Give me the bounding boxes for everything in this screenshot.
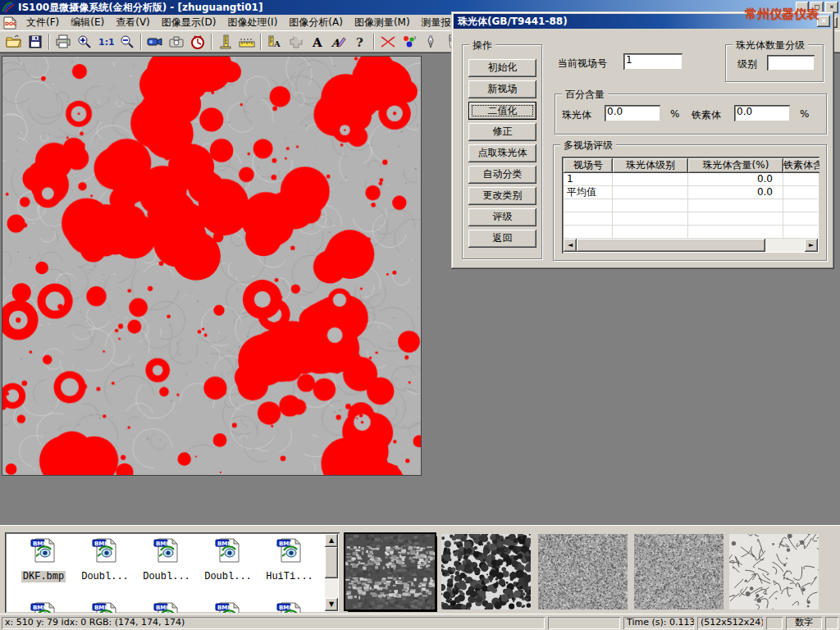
open-file-icon[interactable] [3, 33, 25, 51]
menu-item-5[interactable]: 图像处理(I) [221, 14, 283, 31]
scrollbar-thumb[interactable] [325, 547, 338, 578]
op-button-5[interactable]: 点取珠光体 [468, 144, 536, 162]
help-icon[interactable]: ? [349, 33, 371, 51]
pen-icon[interactable] [420, 33, 441, 51]
svg-text:?: ? [356, 35, 363, 49]
scroll-left-icon[interactable]: ◄ [564, 239, 577, 252]
table-row[interactable] [564, 226, 818, 239]
ruler-icon[interactable] [236, 33, 258, 51]
file-name[interactable]: Doubl... [203, 571, 253, 582]
micrograph-thumbnail-2[interactable] [441, 534, 531, 609]
table-header-cell: 铁素体含量(%) [783, 158, 819, 173]
file-item[interactable]: BMPDKF.bmp [15, 537, 72, 582]
micrograph-thumbnail-5[interactable] [729, 534, 819, 609]
table-header-cell: 珠光体级别 [613, 158, 688, 173]
micrograph-thumbnail-3[interactable] [538, 534, 628, 609]
file-item[interactable]: BMPDoubl... [138, 537, 195, 582]
op-button-9[interactable]: 返回 [468, 230, 536, 248]
video-camera-icon[interactable] [144, 33, 166, 51]
bmp-file-icon[interactable]: BMP [214, 551, 242, 567]
image-size-status: (512x512x24) [697, 617, 763, 629]
op-button-2[interactable]: 新视场 [468, 80, 536, 98]
measure-text-icon[interactable]: A [264, 33, 285, 51]
bmp-file-icon[interactable]: BMP [276, 551, 304, 567]
vendor-watermark: 常州仪器仪表 [745, 7, 819, 22]
op-button-7[interactable]: 更改类别 [468, 187, 536, 205]
pearlite-dialog: 珠光体(GB/T9441-88) × 操作 初始化新视场二值化修正点取珠光体自动… [451, 11, 834, 269]
timer-clock-icon[interactable] [187, 33, 208, 51]
file-item[interactable]: BMPHuiTi... [261, 537, 318, 582]
table-row[interactable] [564, 212, 818, 226]
menu-item-1[interactable]: 文件(F) [21, 14, 65, 31]
file-item[interactable]: BMPDoubl... [199, 537, 257, 582]
status-bar: x: 510 y: 79 idx: 0 RGB: (174, 174, 174)… [0, 614, 840, 630]
table-header-cell: 珠光体含量(%) [688, 158, 783, 173]
zoom-in-icon[interactable] [74, 33, 95, 51]
actual-size-icon[interactable]: 1:1 [95, 33, 116, 51]
save-icon[interactable] [25, 33, 46, 51]
document-icon[interactable]: DOC [2, 16, 17, 30]
rating-table[interactable]: 视场号珠光体级别珠光体含量(%)铁素体含量(%) 10.0平均值0.0 ◄ ► [562, 157, 819, 253]
menu-item-7[interactable]: 图像测量(M) [349, 14, 416, 31]
level-label: 级别 [737, 57, 757, 71]
level-input[interactable] [767, 55, 815, 71]
text-a-icon[interactable]: A [307, 33, 328, 51]
table-row[interactable]: 10.0 [564, 173, 818, 186]
menu-item-2[interactable]: 编辑(E) [65, 14, 110, 31]
file-name[interactable]: DKF.bmp [21, 571, 66, 582]
table-header-cell: 视场号 [564, 158, 613, 173]
op-button-1[interactable]: 初始化 [468, 59, 536, 77]
file-item-partial[interactable]: BMP [138, 601, 195, 613]
caliper-icon[interactable] [215, 33, 236, 51]
print-icon[interactable] [52, 33, 74, 51]
op-button-6[interactable]: 自动分类 [468, 166, 536, 184]
file-list-scrollbar[interactable]: ▲ ▼ [325, 534, 338, 611]
merge-cross-icon[interactable] [285, 33, 307, 51]
micrograph-image[interactable] [2, 56, 422, 476]
bmp-file-icon[interactable]: BMP [30, 551, 57, 567]
file-item[interactable]: BMPDoubl... [76, 537, 134, 582]
micrograph-thumbnail-1[interactable] [345, 534, 435, 609]
table-cell [613, 212, 688, 225]
op-button-8[interactable]: 评级 [468, 208, 536, 226]
table-row[interactable] [564, 199, 818, 212]
scroll-right-icon[interactable]: ► [805, 239, 818, 252]
op-button-4[interactable]: 修正 [468, 123, 536, 141]
ferrite-percent-input[interactable]: 0.0 [734, 105, 790, 121]
curve-tool-icon[interactable] [377, 33, 399, 51]
table-row[interactable]: 平均值0.0 [564, 186, 818, 199]
zoom-out-icon[interactable] [116, 33, 138, 51]
micrograph-thumbnail-4[interactable] [634, 534, 724, 609]
bottom-panel: BMPDKF.bmpBMPDoubl...BMPDoubl...BMPDoubl… [0, 525, 840, 614]
toolbar-separator [260, 34, 262, 50]
file-item-partial[interactable]: BMP [199, 601, 257, 613]
scroll-down-icon[interactable]: ▼ [325, 598, 338, 611]
menu-item-3[interactable]: 查看(V) [110, 14, 156, 31]
annotate-icon[interactable]: A [328, 33, 349, 51]
table-hscrollbar[interactable]: ◄ ► [564, 239, 818, 252]
op-button-3[interactable]: 二值化 [468, 102, 536, 120]
dialog-close-button[interactable]: × [817, 16, 830, 27]
current-field-input[interactable]: 1 [623, 53, 682, 70]
scrollbar-thumb[interactable] [577, 239, 765, 252]
bmp-file-icon[interactable]: BMP [153, 551, 180, 567]
table-cell [688, 199, 783, 212]
file-name[interactable]: Doubl... [141, 571, 192, 582]
bmp-file-icon[interactable]: BMP [91, 551, 119, 567]
table-cell [613, 186, 688, 199]
file-name[interactable]: HuiTi... [264, 571, 315, 582]
file-item-partial[interactable]: BMP [15, 601, 72, 613]
time-status: Time (s): 0.113 [623, 617, 694, 629]
file-name[interactable]: Doubl... [80, 571, 130, 582]
file-item-partial[interactable]: BMP [261, 601, 318, 613]
table-cell: 0.0 [688, 173, 783, 185]
menu-item-6[interactable]: 图像分析(A) [283, 14, 349, 31]
menu-item-4[interactable]: 图像显示(D) [156, 14, 222, 31]
file-item-partial[interactable]: BMP [76, 601, 134, 613]
classify-balls-icon[interactable]: 3 [399, 33, 420, 51]
scroll-up-icon[interactable]: ▲ [325, 534, 338, 547]
percent-group: 百分含量 珠光体 0.0 % 铁素体 0.0 % [555, 94, 827, 135]
pearlite-percent-input[interactable]: 0.0 [605, 105, 660, 121]
grading-group-label: 珠光体数量分级 [733, 39, 808, 52]
capture-camera-icon[interactable] [166, 33, 187, 51]
